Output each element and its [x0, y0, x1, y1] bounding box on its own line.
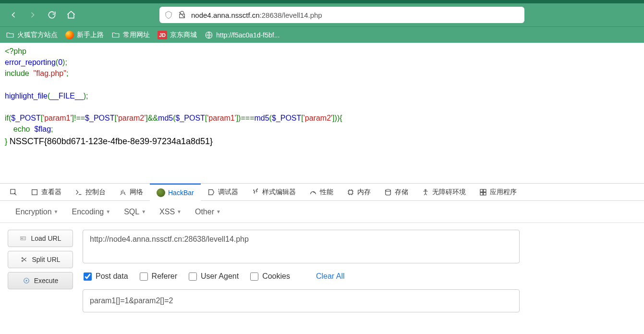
globe-icon: [205, 31, 213, 39]
svg-rect-8: [480, 192, 483, 195]
devtools-panel: 查看器 控制台 网络 HackBar 调试器 样式编辑器 性能 内存 存储 无障…: [0, 183, 644, 334]
hackbar-options: Post data Referer User Agent Cookies Cle…: [83, 272, 636, 281]
menu-xss[interactable]: XSS▼: [153, 208, 188, 216]
hackbar-menu-bar: Encryption▼ Encoding▼ SQL▼ XSS▼ Other▼: [0, 201, 644, 223]
devtools-picker[interactable]: [3, 184, 24, 201]
menu-encoding[interactable]: Encoding▼: [65, 208, 118, 216]
opt-post[interactable]: Post data: [84, 272, 128, 281]
bookmark-item[interactable]: JD京东商城: [158, 31, 197, 39]
tab-debugger[interactable]: 调试器: [201, 184, 245, 201]
flag-output: NSSCTF{860bd671-123e-4fbe-8e39-97234a1a8…: [10, 136, 213, 146]
bookmark-item[interactable]: http://f5ac0a1d-f5bf...: [205, 31, 279, 39]
bookmark-item[interactable]: 火狐官方站点: [6, 31, 58, 39]
shield-icon: [164, 11, 173, 19]
play-icon: [23, 277, 30, 285]
folder-icon: [111, 31, 120, 39]
load-icon: [19, 235, 27, 242]
svg-rect-3: [349, 190, 352, 194]
bookmark-item[interactable]: 常用网址: [111, 31, 150, 39]
svg-point-5: [425, 189, 426, 191]
hackbar-icon: [157, 188, 165, 197]
clear-all-link[interactable]: Clear All: [316, 272, 345, 281]
tab-network[interactable]: 网络: [112, 184, 150, 201]
split-url-button[interactable]: Split URL: [8, 251, 73, 268]
reload-button[interactable]: [44, 7, 60, 23]
opt-cookies[interactable]: Cookies: [250, 272, 290, 281]
hackbar-buttons: Load URL Split URL Execute: [8, 230, 73, 334]
load-url-button[interactable]: Load URL: [8, 230, 73, 247]
firefox-icon: [65, 31, 74, 39]
svg-point-4: [385, 189, 390, 191]
svg-rect-2: [32, 189, 37, 195]
back-button[interactable]: [6, 7, 21, 23]
home-button[interactable]: [63, 7, 79, 23]
menu-other[interactable]: Other▼: [188, 208, 228, 216]
tab-inspector[interactable]: 查看器: [24, 184, 68, 201]
insecure-icon: [178, 11, 186, 19]
hackbar-body: Load URL Split URL Execute Post data Ref…: [0, 223, 644, 334]
tab-style-editor[interactable]: 样式编辑器: [245, 184, 303, 201]
tab-storage[interactable]: 存储: [377, 184, 415, 201]
tab-memory[interactable]: 内存: [340, 184, 377, 201]
opt-referer[interactable]: Referer: [140, 272, 177, 281]
jd-icon: JD: [158, 31, 167, 39]
execute-button[interactable]: Execute: [8, 272, 73, 289]
forward-button[interactable]: [25, 7, 40, 23]
bookmark-bar: 火狐官方站点 新手上路 常用网址 JD京东商城 http://f5ac0a1d-…: [0, 26, 644, 43]
svg-rect-6: [480, 189, 483, 192]
svg-rect-9: [483, 192, 486, 195]
hackbar-fields: Post data Referer User Agent Cookies Cle…: [83, 230, 636, 334]
tab-hackbar[interactable]: HackBar: [150, 184, 201, 201]
tab-console[interactable]: 控制台: [68, 184, 112, 201]
menu-sql[interactable]: SQL▼: [117, 208, 153, 216]
url-text: node4.anna.nssctf.cn:28638/levell14.php: [191, 11, 322, 19]
tab-strip: [0, 0, 644, 3]
menu-encryption[interactable]: Encryption▼: [9, 208, 65, 216]
url-bar[interactable]: node4.anna.nssctf.cn:28638/levell14.php: [159, 7, 524, 23]
hackbar-postdata-input[interactable]: [83, 289, 520, 312]
svg-rect-10: [21, 237, 26, 240]
folder-icon: [6, 31, 14, 39]
tab-application[interactable]: 应用程序: [473, 184, 523, 201]
svg-point-11: [22, 238, 23, 239]
tab-accessibility[interactable]: 无障碍环境: [415, 184, 473, 201]
svg-point-12: [22, 258, 23, 259]
browser-toolbar: node4.anna.nssctf.cn:28638/levell14.php: [0, 3, 644, 26]
svg-point-13: [22, 260, 23, 261]
tab-performance[interactable]: 性能: [303, 184, 340, 201]
hackbar-url-input[interactable]: [83, 230, 520, 263]
svg-rect-7: [483, 189, 486, 192]
page-content: <?php error_reporting(0); include "flag.…: [0, 43, 644, 183]
scissors-icon: [20, 256, 28, 263]
bookmark-item[interactable]: 新手上路: [65, 31, 104, 39]
opt-useragent[interactable]: User Agent: [189, 272, 239, 281]
devtools-toolbar: 查看器 控制台 网络 HackBar 调试器 样式编辑器 性能 内存 存储 无障…: [0, 184, 644, 201]
